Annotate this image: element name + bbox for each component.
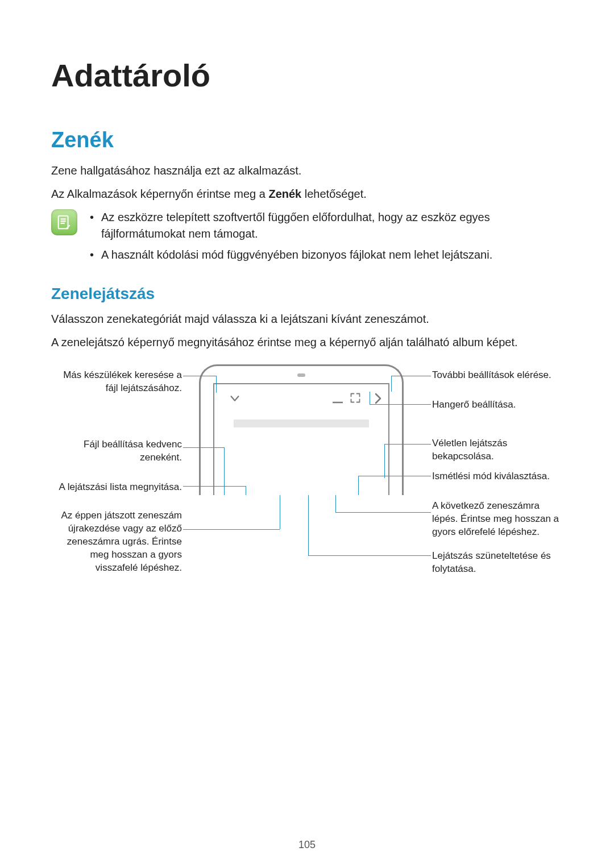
intro-paragraph-1: Zene hallgatásához használja ezt az alka… bbox=[51, 163, 563, 179]
expand-icon bbox=[350, 392, 361, 406]
page-number: 105 bbox=[0, 839, 614, 851]
note-bullet-1: Az eszközre telepített szoftvertől függő… bbox=[88, 209, 563, 242]
label-shuffle: Véletlen lejátszás bekapcsolása. bbox=[432, 437, 563, 463]
subsection-title: Zenelejátszás bbox=[51, 285, 563, 303]
intro2-bold: Zenék bbox=[268, 188, 301, 200]
label-play-pause: Lejátszás szüneteltetése és folytatása. bbox=[432, 550, 563, 576]
placeholder-bar bbox=[234, 420, 369, 427]
label-repeat: Ismétlési mód kiválasztása. bbox=[432, 470, 563, 483]
label-next: A következő zeneszámra lépés. Érintse me… bbox=[432, 500, 563, 539]
more-arrow-icon bbox=[374, 392, 383, 407]
section-title-zenek: Zenék bbox=[51, 128, 563, 152]
label-more-options: További beállítások elérése. bbox=[432, 369, 563, 382]
page-title: Adattároló bbox=[51, 57, 563, 94]
paragraph-b: A zenelejátszó képernyő megnyitásához ér… bbox=[51, 334, 563, 351]
label-search-devices: Más készülékek keresése a fájl lejátszás… bbox=[51, 369, 182, 395]
note-list: Az eszközre telepített szoftvertől függő… bbox=[88, 209, 563, 268]
device-screen bbox=[213, 383, 389, 495]
chevron-down-icon bbox=[229, 392, 241, 407]
intro2-post: lehetőséget. bbox=[301, 188, 367, 200]
intro-paragraph-2: Az Alkalmazások képernyőn érintse meg a … bbox=[51, 186, 563, 202]
label-volume: Hangerő beállítása. bbox=[432, 398, 563, 412]
note-icon bbox=[51, 209, 77, 235]
note-bullet-2: A használt kódolási mód függvényében biz… bbox=[88, 247, 563, 263]
device-speaker bbox=[297, 373, 305, 377]
svg-rect-0 bbox=[59, 216, 68, 229]
intro2-pre: Az Alkalmazások képernyőn érintse meg a bbox=[51, 188, 268, 200]
label-playlist: A lejátszási lista megnyitása. bbox=[51, 481, 182, 494]
label-favorite: Fájl beállítása kedvenc zeneként. bbox=[51, 438, 182, 464]
label-restart-prev: Az éppen játszott zeneszám újrakezdése v… bbox=[51, 509, 182, 575]
diagram: Más készülékek keresése a fájl lejátszás… bbox=[51, 364, 563, 603]
underscore-icon bbox=[333, 396, 343, 406]
note-block: Az eszközre telepített szoftvertől függő… bbox=[51, 209, 563, 268]
paragraph-a: Válasszon zenekategóriát majd válassza k… bbox=[51, 311, 563, 327]
